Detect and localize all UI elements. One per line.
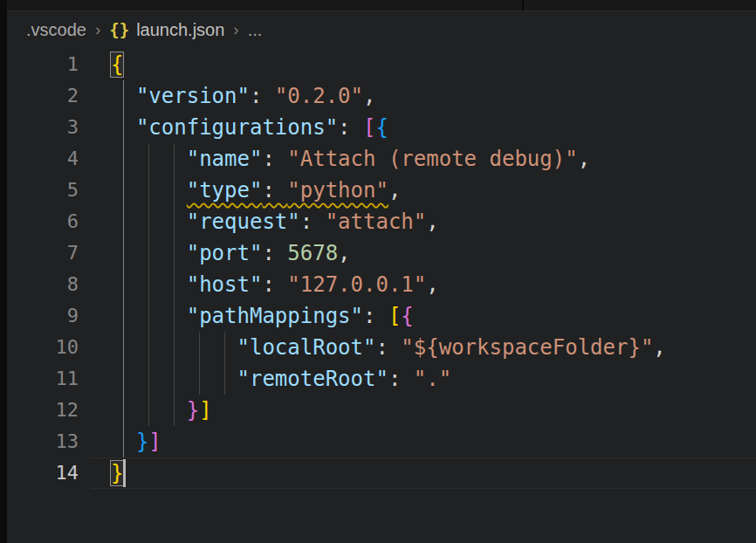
code-token: "port" <box>187 241 263 265</box>
code-line-text: "name": "Attach (remote debug)", <box>111 143 590 175</box>
code-token: { <box>375 115 388 140</box>
code-line[interactable]: 8 "host": "127.0.0.1", <box>7 269 756 300</box>
code-token: "0.2.0" <box>275 84 363 108</box>
code-token: "Attach (remote debug)" <box>287 147 577 171</box>
code-line-text: "configurations": [{ <box>111 112 388 143</box>
code-token: } <box>136 430 148 454</box>
code-token: : <box>338 115 363 140</box>
code-token <box>111 272 187 297</box>
breadcrumb-folder[interactable]: .vscode <box>26 20 86 40</box>
code-line[interactable]: 12 }] <box>7 395 756 426</box>
code-token: "version" <box>136 84 250 108</box>
code-line-text: "localRoot": "${workspaceFolder}", <box>111 332 666 363</box>
code-token: "127.0.0.1" <box>287 272 426 297</box>
code-line-text: { <box>111 49 123 80</box>
code-token: ] <box>148 430 161 454</box>
code-token: ] <box>199 398 211 423</box>
warning-token: "python" <box>287 178 388 203</box>
code-token: "pathMappings" <box>187 304 363 328</box>
breadcrumb: .vscode › {} launch.json › ... <box>7 11 756 48</box>
code-line-text: "port": 5678, <box>111 237 351 269</box>
code-token: : <box>300 210 326 234</box>
code-token: : <box>388 367 414 391</box>
line-number[interactable]: 14 <box>7 457 79 489</box>
line-number[interactable]: 12 <box>7 395 79 426</box>
code-line-text: }] <box>111 426 162 457</box>
code-editor[interactable]: 1{2 "version": "0.2.0",3 "configurations… <box>7 49 756 489</box>
line-number[interactable]: 4 <box>7 143 79 175</box>
code-line[interactable]: 3 "configurations": [{ <box>7 112 756 143</box>
json-file-icon: {} <box>109 20 129 39</box>
code-line-text: "remoteRoot": "." <box>111 363 451 395</box>
code-token <box>111 178 187 203</box>
code-line[interactable]: 10 "localRoot": "${workspaceFolder}", <box>7 332 756 363</box>
vscode-editor-window: .vscode › {} launch.json › ... 1{2 "vers… <box>0 0 756 543</box>
line-number[interactable]: 6 <box>7 206 79 237</box>
line-number[interactable]: 5 <box>7 175 79 206</box>
line-number[interactable]: 10 <box>7 332 79 363</box>
code-line[interactable]: 13 }] <box>7 426 756 457</box>
line-number[interactable]: 1 <box>7 49 79 80</box>
code-line[interactable]: 9 "pathMappings": [{ <box>7 300 756 332</box>
code-token: } <box>187 398 199 423</box>
code-token: [ <box>388 304 401 328</box>
current-line-highlight <box>91 457 756 489</box>
line-number[interactable]: 11 <box>7 363 79 395</box>
code-token: 5678 <box>287 241 338 265</box>
chevron-right-icon: › <box>95 20 100 39</box>
code-token <box>111 241 187 265</box>
code-token: : <box>363 304 388 328</box>
code-token: [ <box>363 115 375 140</box>
code-token: "attach" <box>326 210 427 234</box>
code-token: : <box>250 84 275 108</box>
code-line-text: "host": "127.0.0.1", <box>111 269 439 300</box>
line-number[interactable]: 7 <box>7 237 79 269</box>
line-number[interactable]: 8 <box>7 269 79 300</box>
code-token: , <box>338 241 350 265</box>
code-token <box>111 398 187 423</box>
tab-divider <box>522 0 524 10</box>
code-line[interactable]: 11 "remoteRoot": "." <box>7 363 756 395</box>
line-number[interactable]: 9 <box>7 300 79 332</box>
code-token: "configurations" <box>136 115 338 140</box>
code-token: "name" <box>187 147 263 171</box>
breadcrumb-symbol-more[interactable]: ... <box>248 20 263 40</box>
code-token: "." <box>414 367 451 391</box>
warning-token: : <box>262 178 287 203</box>
code-token <box>111 335 237 360</box>
code-token <box>111 210 187 234</box>
text-cursor <box>123 459 126 487</box>
code-line[interactable]: 5 "type": "python", <box>7 175 756 206</box>
matched-bracket: } <box>111 461 123 485</box>
code-token: : <box>262 241 287 265</box>
tab-bar-edge <box>7 0 756 11</box>
code-line[interactable]: 6 "request": "attach", <box>7 206 756 237</box>
code-token: "request" <box>187 210 300 234</box>
line-number[interactable]: 3 <box>7 112 79 143</box>
code-line[interactable]: 7 "port": 5678, <box>7 237 756 269</box>
code-token: : <box>262 147 287 171</box>
line-number[interactable]: 2 <box>7 80 79 112</box>
code-line[interactable]: 14} <box>7 457 756 489</box>
code-line[interactable]: 1{ <box>7 49 756 80</box>
warning-token: "type" <box>187 178 263 203</box>
code-token: { <box>401 304 413 328</box>
code-token: "host" <box>187 272 263 297</box>
breadcrumb-file[interactable]: launch.json <box>136 20 224 40</box>
code-token: : <box>262 272 287 297</box>
code-token: "${workspaceFolder}" <box>401 335 653 360</box>
code-token: , <box>426 272 438 297</box>
code-token <box>111 304 187 328</box>
code-line[interactable]: 2 "version": "0.2.0", <box>7 80 756 112</box>
panel-edge-strip <box>0 0 7 543</box>
code-token: "remoteRoot" <box>237 367 388 391</box>
code-line-text: } <box>111 457 123 489</box>
code-token: , <box>363 84 375 108</box>
code-token: , <box>653 335 665 360</box>
code-line-text: "pathMappings": [{ <box>111 300 414 332</box>
chevron-right-icon: › <box>233 20 238 39</box>
matched-bracket: { <box>111 52 123 77</box>
line-number[interactable]: 13 <box>7 426 79 457</box>
code-token <box>111 430 136 454</box>
code-line[interactable]: 4 "name": "Attach (remote debug)", <box>7 143 756 175</box>
